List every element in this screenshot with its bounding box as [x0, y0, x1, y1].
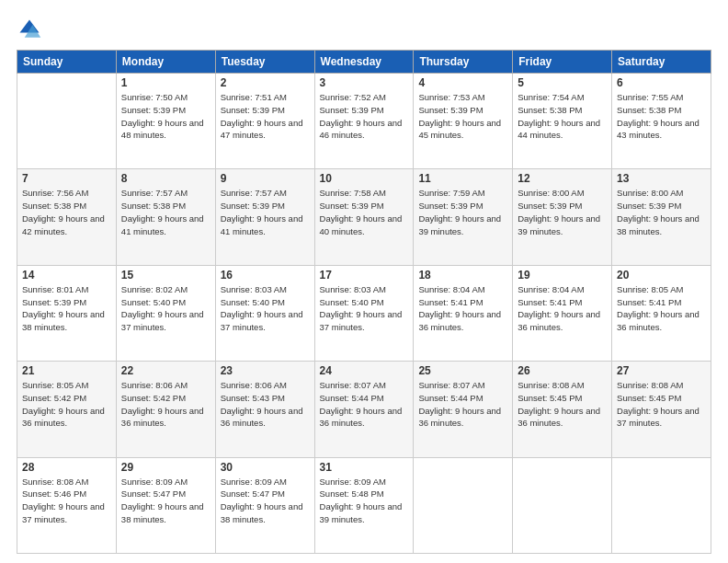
calendar-cell: 7Sunrise: 7:56 AMSunset: 5:38 PMDaylight…	[17, 169, 117, 265]
day-number: 13	[617, 172, 706, 185]
day-number: 9	[221, 172, 310, 185]
day-number: 1	[121, 76, 210, 89]
logo	[17, 17, 46, 42]
day-number: 25	[418, 364, 507, 377]
day-number: 11	[418, 172, 507, 185]
calendar-cell: 5Sunrise: 7:54 AMSunset: 5:38 PMDaylight…	[513, 74, 612, 169]
day-info: Sunrise: 8:09 AMSunset: 5:48 PMDaylight:…	[320, 476, 409, 526]
calendar-cell	[414, 457, 513, 553]
day-number: 6	[617, 76, 706, 89]
calendar-cell: 17Sunrise: 8:03 AMSunset: 5:40 PMDayligh…	[314, 265, 414, 361]
day-header-saturday: Saturday	[612, 51, 711, 74]
day-header-friday: Friday	[513, 51, 612, 74]
calendar-week-2: 7Sunrise: 7:56 AMSunset: 5:38 PMDaylight…	[17, 169, 711, 265]
day-info: Sunrise: 8:04 AMSunset: 5:41 PMDaylight:…	[418, 283, 507, 334]
calendar-cell	[513, 457, 612, 553]
calendar-cell: 25Sunrise: 8:07 AMSunset: 5:44 PMDayligh…	[414, 362, 513, 457]
day-number: 12	[518, 172, 607, 185]
day-number: 18	[418, 269, 507, 282]
calendar-table: SundayMondayTuesdayWednesdayThursdayFrid…	[17, 50, 711, 554]
calendar-week-1: 1Sunrise: 7:50 AMSunset: 5:39 PMDaylight…	[17, 74, 711, 169]
day-number: 7	[22, 172, 111, 185]
day-info: Sunrise: 7:56 AMSunset: 5:38 PMDaylight:…	[22, 187, 111, 237]
day-info: Sunrise: 7:57 AMSunset: 5:38 PMDaylight:…	[121, 187, 210, 237]
day-number: 10	[320, 172, 409, 185]
day-info: Sunrise: 8:04 AMSunset: 5:41 PMDaylight:…	[518, 283, 607, 334]
day-number: 26	[518, 364, 607, 377]
day-number: 8	[121, 172, 210, 185]
calendar-cell: 24Sunrise: 8:07 AMSunset: 5:44 PMDayligh…	[314, 362, 414, 457]
day-number: 14	[22, 269, 111, 282]
day-info: Sunrise: 7:50 AMSunset: 5:39 PMDaylight:…	[121, 91, 210, 142]
day-info: Sunrise: 8:03 AMSunset: 5:40 PMDaylight:…	[320, 283, 409, 334]
day-number: 20	[617, 269, 706, 282]
calendar-cell: 27Sunrise: 8:08 AMSunset: 5:45 PMDayligh…	[612, 362, 711, 457]
day-number: 22	[121, 364, 210, 377]
calendar-week-4: 21Sunrise: 8:05 AMSunset: 5:42 PMDayligh…	[17, 362, 711, 457]
day-number: 2	[221, 76, 310, 89]
day-info: Sunrise: 8:01 AMSunset: 5:39 PMDaylight:…	[22, 283, 111, 334]
day-header-monday: Monday	[116, 51, 215, 74]
day-number: 19	[518, 269, 607, 282]
day-info: Sunrise: 7:55 AMSunset: 5:38 PMDaylight:…	[617, 91, 706, 142]
logo-icon	[17, 17, 42, 42]
day-info: Sunrise: 8:08 AMSunset: 5:45 PMDaylight:…	[617, 379, 706, 430]
page: SundayMondayTuesdayWednesdayThursdayFrid…	[0, 0, 728, 563]
day-info: Sunrise: 7:57 AMSunset: 5:39 PMDaylight:…	[221, 187, 310, 237]
calendar-week-5: 28Sunrise: 8:08 AMSunset: 5:46 PMDayligh…	[17, 457, 711, 553]
calendar-cell: 31Sunrise: 8:09 AMSunset: 5:48 PMDayligh…	[314, 457, 414, 553]
day-info: Sunrise: 8:09 AMSunset: 5:47 PMDaylight:…	[121, 476, 210, 526]
day-number: 15	[121, 269, 210, 282]
day-header-sunday: Sunday	[17, 51, 117, 74]
header	[17, 17, 711, 42]
day-info: Sunrise: 8:00 AMSunset: 5:39 PMDaylight:…	[617, 187, 706, 237]
calendar-cell: 9Sunrise: 7:57 AMSunset: 5:39 PMDaylight…	[215, 169, 314, 265]
day-header-tuesday: Tuesday	[215, 51, 314, 74]
day-info: Sunrise: 7:51 AMSunset: 5:39 PMDaylight:…	[221, 91, 310, 142]
day-info: Sunrise: 8:06 AMSunset: 5:42 PMDaylight:…	[121, 379, 210, 430]
day-number: 3	[320, 76, 409, 89]
day-header-wednesday: Wednesday	[314, 51, 414, 74]
day-number: 27	[617, 364, 706, 377]
calendar-cell: 20Sunrise: 8:05 AMSunset: 5:41 PMDayligh…	[612, 265, 711, 361]
day-info: Sunrise: 8:03 AMSunset: 5:40 PMDaylight:…	[221, 283, 310, 334]
day-header-thursday: Thursday	[414, 51, 513, 74]
calendar-cell: 29Sunrise: 8:09 AMSunset: 5:47 PMDayligh…	[116, 457, 215, 553]
calendar-cell: 10Sunrise: 7:58 AMSunset: 5:39 PMDayligh…	[314, 169, 414, 265]
calendar-cell: 18Sunrise: 8:04 AMSunset: 5:41 PMDayligh…	[414, 265, 513, 361]
calendar-cell: 16Sunrise: 8:03 AMSunset: 5:40 PMDayligh…	[215, 265, 314, 361]
calendar-cell: 19Sunrise: 8:04 AMSunset: 5:41 PMDayligh…	[513, 265, 612, 361]
calendar-week-3: 14Sunrise: 8:01 AMSunset: 5:39 PMDayligh…	[17, 265, 711, 361]
day-number: 29	[121, 461, 210, 474]
day-info: Sunrise: 8:05 AMSunset: 5:42 PMDaylight:…	[22, 379, 111, 430]
day-info: Sunrise: 8:07 AMSunset: 5:44 PMDaylight:…	[418, 379, 507, 430]
day-info: Sunrise: 7:59 AMSunset: 5:39 PMDaylight:…	[418, 187, 507, 237]
calendar-cell: 8Sunrise: 7:57 AMSunset: 5:38 PMDaylight…	[116, 169, 215, 265]
day-number: 31	[320, 461, 409, 474]
calendar-cell: 23Sunrise: 8:06 AMSunset: 5:43 PMDayligh…	[215, 362, 314, 457]
day-number: 17	[320, 269, 409, 282]
calendar-cell: 13Sunrise: 8:00 AMSunset: 5:39 PMDayligh…	[612, 169, 711, 265]
calendar-cell	[612, 457, 711, 553]
calendar-cell: 12Sunrise: 8:00 AMSunset: 5:39 PMDayligh…	[513, 169, 612, 265]
calendar-cell: 21Sunrise: 8:05 AMSunset: 5:42 PMDayligh…	[17, 362, 117, 457]
day-info: Sunrise: 8:00 AMSunset: 5:39 PMDaylight:…	[518, 187, 607, 237]
calendar-cell: 28Sunrise: 8:08 AMSunset: 5:46 PMDayligh…	[17, 457, 117, 553]
day-number: 21	[22, 364, 111, 377]
day-number: 24	[320, 364, 409, 377]
day-info: Sunrise: 7:58 AMSunset: 5:39 PMDaylight:…	[320, 187, 409, 237]
day-info: Sunrise: 7:53 AMSunset: 5:39 PMDaylight:…	[418, 91, 507, 142]
calendar-cell: 4Sunrise: 7:53 AMSunset: 5:39 PMDaylight…	[414, 74, 513, 169]
day-info: Sunrise: 7:52 AMSunset: 5:39 PMDaylight:…	[320, 91, 409, 142]
calendar-cell: 11Sunrise: 7:59 AMSunset: 5:39 PMDayligh…	[414, 169, 513, 265]
day-info: Sunrise: 7:54 AMSunset: 5:38 PMDaylight:…	[518, 91, 607, 142]
calendar-cell: 6Sunrise: 7:55 AMSunset: 5:38 PMDaylight…	[612, 74, 711, 169]
calendar-cell: 3Sunrise: 7:52 AMSunset: 5:39 PMDaylight…	[314, 74, 414, 169]
day-info: Sunrise: 8:07 AMSunset: 5:44 PMDaylight:…	[320, 379, 409, 430]
day-info: Sunrise: 8:08 AMSunset: 5:46 PMDaylight:…	[22, 476, 111, 526]
calendar-cell: 22Sunrise: 8:06 AMSunset: 5:42 PMDayligh…	[116, 362, 215, 457]
day-number: 5	[518, 76, 607, 89]
calendar-cell: 14Sunrise: 8:01 AMSunset: 5:39 PMDayligh…	[17, 265, 117, 361]
calendar-cell: 2Sunrise: 7:51 AMSunset: 5:39 PMDaylight…	[215, 74, 314, 169]
day-info: Sunrise: 8:09 AMSunset: 5:47 PMDaylight:…	[221, 476, 310, 526]
